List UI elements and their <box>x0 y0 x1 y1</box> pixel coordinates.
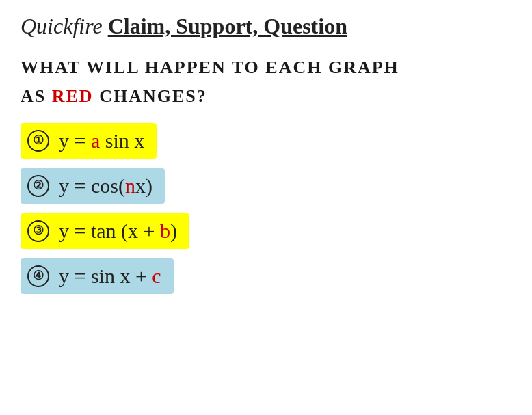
eq1-prefix: y = <box>59 129 91 152</box>
equation-highlight-3: ③ y = tan (x + b) <box>21 213 189 249</box>
eq-text-4: y = sin x + c <box>59 264 161 289</box>
eq-number-4: ④ <box>27 265 49 287</box>
question-line1: What will happen to each graph <box>21 55 511 80</box>
equation-highlight-4: ④ y = sin x + c <box>21 258 174 294</box>
eq-number-1: ① <box>27 130 49 152</box>
eq4-prefix: y = sin x + <box>59 265 152 287</box>
question-line2: as Red changes? <box>21 84 511 109</box>
equation-row-2: ② y = cos(nx) <box>21 168 511 204</box>
eq4-red-var: c <box>152 265 161 287</box>
title-prefix: Quickfire <box>21 14 108 38</box>
eq-text-1: y = a sin x <box>59 129 144 153</box>
page-title: Quickfire Claim, Support, Question <box>21 14 511 39</box>
title-bold: Claim, Support, Question <box>108 14 347 38</box>
eq-text-3: y = tan (x + b) <box>59 219 177 243</box>
eq2-red-var: n <box>125 174 135 197</box>
eq-number-3: ③ <box>27 220 49 242</box>
equation-highlight-2: ② y = cos(nx) <box>21 168 165 204</box>
question-section: What will happen to each graph as Red ch… <box>21 55 511 109</box>
eq3-suffix: ) <box>170 219 177 242</box>
eq3-red-var: b <box>160 219 170 242</box>
equation-row-1: ① y = a sin x <box>21 123 511 159</box>
question-red-word: Red <box>52 86 94 106</box>
question-line2-suffix: changes? <box>94 86 207 106</box>
eq3-prefix: y = tan (x + <box>59 219 160 242</box>
eq-number-2: ② <box>27 175 49 197</box>
equation-highlight-1: ① y = a sin x <box>21 123 157 159</box>
eq-text-2: y = cos(nx) <box>59 174 152 198</box>
eq1-suffix: sin x <box>100 129 144 152</box>
equations-section: ① y = a sin x ② y = cos(nx) ③ y = tan (x… <box>21 123 511 294</box>
equation-row-4: ④ y = sin x + c <box>21 258 511 294</box>
eq2-suffix: x) <box>135 174 152 197</box>
eq1-red-var: a <box>91 129 100 152</box>
question-line2-prefix: as <box>21 86 52 106</box>
title-section: Quickfire Claim, Support, Question <box>21 14 511 39</box>
equation-row-3: ③ y = tan (x + b) <box>21 213 511 249</box>
eq2-prefix: y = cos( <box>59 174 125 197</box>
